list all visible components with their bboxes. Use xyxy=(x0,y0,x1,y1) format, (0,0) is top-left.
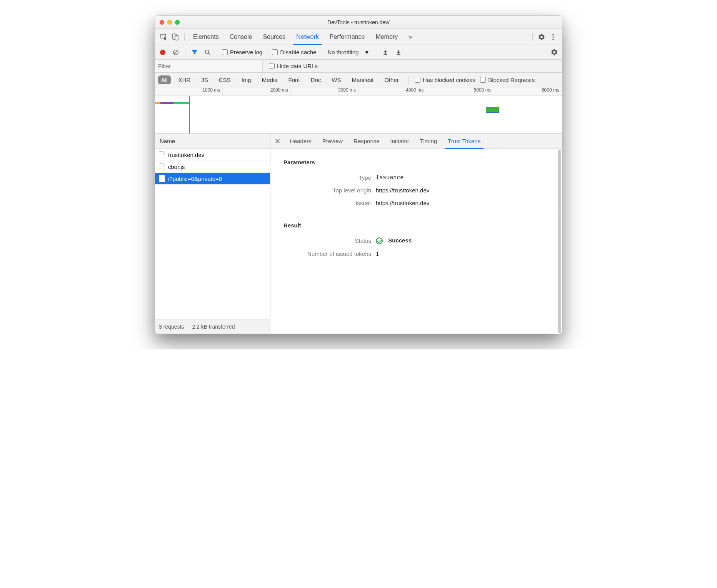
waterfall-ticks: 1000 ms 2000 ms 3000 ms 4000 ms 5000 ms … xyxy=(155,87,562,96)
network-main: Name trusttoken.dev cbor.js i?public=0&p… xyxy=(155,134,562,334)
tab-sources[interactable]: Sources xyxy=(257,29,291,45)
tab-elements[interactable]: Elements xyxy=(188,29,224,45)
filter-row: Hide data URLs xyxy=(155,60,562,73)
result-heading: Result xyxy=(283,222,553,229)
request-row[interactable]: cbor.js xyxy=(155,161,270,173)
inspect-element-icon[interactable] xyxy=(158,31,170,43)
svg-rect-11 xyxy=(397,54,400,55)
pill-ws[interactable]: WS xyxy=(328,75,344,84)
document-icon xyxy=(159,175,165,182)
pill-other[interactable]: Other xyxy=(381,75,402,84)
pill-all[interactable]: All xyxy=(158,75,171,84)
detail-tab-initiator[interactable]: Initiator xyxy=(385,134,415,149)
preserve-log-checkbox[interactable]: Preserve log xyxy=(222,49,262,55)
pill-manifest[interactable]: Manifest xyxy=(348,75,377,84)
status-label: Status xyxy=(283,237,376,244)
request-name: trusttoken.dev xyxy=(168,152,204,158)
upload-har-icon[interactable] xyxy=(381,48,390,57)
tab-memory[interactable]: Memory xyxy=(370,29,403,45)
pill-media[interactable]: Media xyxy=(259,75,281,84)
throttling-select[interactable]: No throttling ▼ xyxy=(326,49,371,55)
pill-doc[interactable]: Doc xyxy=(308,75,324,84)
request-row[interactable]: i?public=0&private=0 xyxy=(155,173,270,185)
has-blocked-cookies-checkbox[interactable]: Has blocked cookies xyxy=(415,77,476,83)
settings-gear-icon[interactable] xyxy=(536,31,547,43)
issuer-label: Issuer xyxy=(283,200,376,206)
request-name: i?public=0&private=0 xyxy=(168,175,222,182)
tab-console[interactable]: Console xyxy=(224,29,258,45)
filter-input[interactable] xyxy=(155,60,263,72)
svg-rect-2 xyxy=(175,35,178,40)
detail-tab-trust-tokens[interactable]: Trust Tokens xyxy=(442,134,486,149)
request-list-pane: Name trusttoken.dev cbor.js i?public=0&p… xyxy=(155,134,270,334)
disable-cache-checkbox[interactable]: Disable cache xyxy=(272,49,316,55)
issuer-value: https://trusttoken.dev xyxy=(376,200,429,206)
type-value: Issuance xyxy=(376,174,404,181)
svg-line-9 xyxy=(208,53,210,55)
svg-point-8 xyxy=(205,50,209,53)
close-detail-icon[interactable]: ✕ xyxy=(270,137,284,145)
svg-line-7 xyxy=(174,50,178,54)
title-bar: DevTools - trusttoken.dev/ xyxy=(155,16,562,29)
devtools-window: DevTools - trusttoken.dev/ Elements Cons… xyxy=(155,15,562,334)
detail-tab-headers[interactable]: Headers xyxy=(284,134,317,149)
window-title: DevTools - trusttoken.dev/ xyxy=(155,19,562,25)
network-settings-gear-icon[interactable] xyxy=(550,48,559,57)
detail-tab-response[interactable]: Response xyxy=(348,134,385,149)
resource-type-filters: All XHR JS CSS Img Media Font Doc WS Man… xyxy=(155,73,562,87)
record-button[interactable] xyxy=(158,48,167,57)
detail-tabs: ✕ Headers Preview Response Initiator Tim… xyxy=(270,134,562,149)
pill-img[interactable]: Img xyxy=(238,75,254,84)
detail-tab-timing[interactable]: Timing xyxy=(415,134,442,149)
trust-tokens-panel: Parameters Type Issuance Top level origi… xyxy=(270,149,562,334)
svg-point-5 xyxy=(552,38,554,40)
clear-icon[interactable] xyxy=(171,48,180,57)
svg-point-3 xyxy=(552,34,554,35)
document-icon xyxy=(159,163,165,170)
issued-tokens-label: Number of issued tokens xyxy=(283,251,376,257)
pill-js[interactable]: JS xyxy=(198,75,211,84)
waterfall-overview[interactable]: 1000 ms 2000 ms 3000 ms 4000 ms 5000 ms … xyxy=(155,87,562,134)
detail-tab-preview[interactable]: Preview xyxy=(317,134,348,149)
request-list: trusttoken.dev cbor.js i?public=0&privat… xyxy=(155,149,270,319)
document-icon xyxy=(159,151,165,158)
top-level-origin-value: https://trusttoken.dev xyxy=(376,187,429,194)
request-row[interactable]: trusttoken.dev xyxy=(155,149,270,161)
name-column-header[interactable]: Name xyxy=(155,134,270,149)
search-icon[interactable] xyxy=(203,48,212,57)
request-name: cbor.js xyxy=(168,164,185,170)
tab-network[interactable]: Network xyxy=(291,29,324,45)
tab-performance[interactable]: Performance xyxy=(324,29,370,45)
transferred-size: 2.2 kB transferred xyxy=(192,324,235,330)
kebab-menu-icon[interactable] xyxy=(547,31,559,43)
status-value: Success xyxy=(376,237,412,244)
network-footer: 3 requests 2.2 kB transferred xyxy=(155,319,270,334)
success-check-icon xyxy=(376,237,383,244)
pill-css[interactable]: CSS xyxy=(216,75,234,84)
svg-point-4 xyxy=(552,36,554,38)
filter-funnel-icon[interactable] xyxy=(190,48,199,57)
devtools-tabstrip: Elements Console Sources Network Perform… xyxy=(155,29,562,45)
detail-scrollbar[interactable] xyxy=(558,150,561,333)
issued-tokens-value: 1 xyxy=(376,251,379,257)
blocked-requests-checkbox[interactable]: Blocked Requests xyxy=(480,77,535,83)
hide-data-urls-checkbox[interactable]: Hide data URLs xyxy=(269,63,318,69)
parameters-heading: Parameters xyxy=(283,159,553,165)
pill-xhr[interactable]: XHR xyxy=(175,75,194,84)
type-label: Type xyxy=(283,174,376,181)
tab-more[interactable]: » xyxy=(403,29,417,45)
pill-font[interactable]: Font xyxy=(285,75,303,84)
top-level-origin-label: Top level origin xyxy=(283,187,376,194)
network-toolbar: Preserve log Disable cache No throttling… xyxy=(155,45,562,60)
toggle-device-toolbar-icon[interactable] xyxy=(170,31,181,43)
svg-rect-10 xyxy=(384,54,387,55)
chevron-down-icon: ▼ xyxy=(364,49,370,55)
request-detail-pane: ✕ Headers Preview Response Initiator Tim… xyxy=(270,134,562,334)
svg-rect-0 xyxy=(161,34,166,38)
download-har-icon[interactable] xyxy=(394,48,403,57)
requests-count: 3 requests xyxy=(159,324,184,330)
